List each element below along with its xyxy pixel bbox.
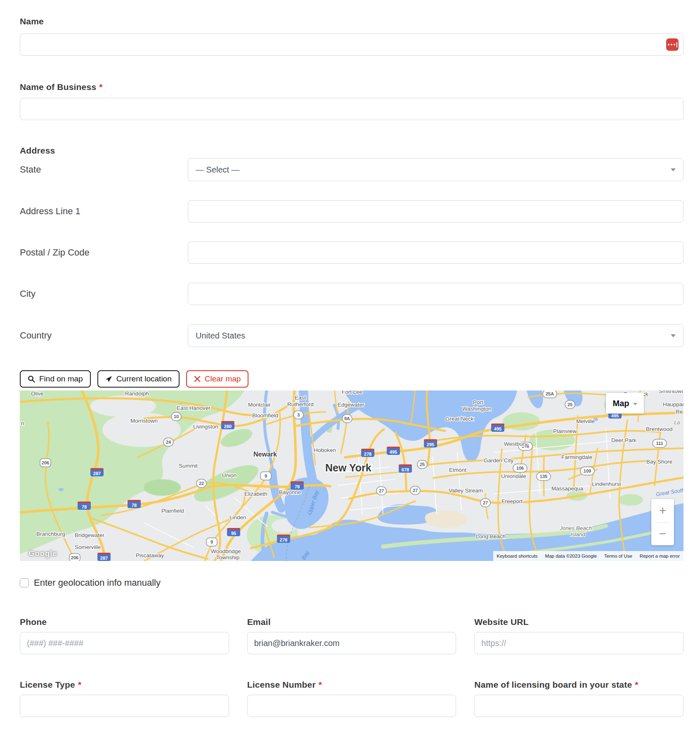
- svg-text:206: 206: [42, 460, 49, 465]
- map-city-label: Elizabeth: [244, 491, 267, 497]
- map-city-label: Plainview: [553, 428, 577, 434]
- map-route-shield: 95: [227, 528, 240, 536]
- search-icon: [28, 375, 35, 383]
- licensing-board-label: Name of licensing board in your state*: [474, 680, 683, 690]
- map-route-shield: 295: [424, 439, 437, 447]
- map-city-label: Bloomfield: [252, 412, 278, 419]
- business-name-label: Name of Business*: [20, 82, 683, 92]
- map-city-label: Massapequa: [551, 485, 584, 492]
- map-route-shield: 106: [513, 464, 527, 472]
- map-data-text: Map data ©2023 Google: [542, 551, 601, 561]
- zip-label: Postal / Zip Code: [20, 247, 188, 258]
- map-city-label: Union: [222, 472, 236, 478]
- map-city-label: Port: [473, 399, 483, 405]
- map-city-label: Brentwood: [646, 426, 673, 432]
- google-map[interactable]: 206287241028078787822939A278495295678252…: [20, 390, 683, 561]
- map-route-shield: 27: [376, 487, 386, 495]
- name-label: Name: [20, 17, 683, 26]
- map-city-label: Newark: [253, 451, 277, 458]
- address-line1-input[interactable]: [188, 200, 683, 222]
- map-city-label: Melville: [576, 418, 595, 424]
- current-location-button[interactable]: Current location: [97, 370, 180, 388]
- zoom-out-button[interactable]: −: [651, 523, 674, 546]
- website-url-label: Website URL: [474, 617, 683, 627]
- map-city-label: Garden City: [484, 457, 513, 464]
- chevron-down-icon: [633, 403, 637, 405]
- map-city-label: Olive: [31, 390, 44, 397]
- map-route-shield: 135: [537, 472, 551, 480]
- map-type-button[interactable]: Map: [606, 393, 644, 414]
- map-city-label: Edgewater: [338, 402, 364, 408]
- map-route-shield: 287: [97, 553, 111, 561]
- clear-map-button[interactable]: Clear map: [186, 370, 249, 388]
- find-on-map-button[interactable]: Find on map: [20, 370, 91, 388]
- license-number-input[interactable]: [247, 695, 456, 717]
- geolocation-manual-checkbox[interactable]: [20, 578, 29, 587]
- terms-of-use-link[interactable]: Terms of Use: [601, 551, 636, 561]
- svg-text:135: 135: [540, 474, 547, 479]
- password-manager-autofill-icon[interactable]: [666, 38, 679, 51]
- location-arrow-icon: [105, 376, 112, 383]
- required-asterisk: *: [99, 82, 102, 92]
- map-canvas[interactable]: 206287241028078787822939A278495295678252…: [20, 390, 683, 561]
- map-city-label: Linden: [229, 514, 246, 521]
- svg-text:9: 9: [265, 473, 267, 478]
- map-city-label: Township: [216, 554, 239, 561]
- map-city-label: Montclair: [248, 402, 271, 408]
- email-input[interactable]: [247, 632, 456, 654]
- website-url-input[interactable]: [474, 632, 683, 654]
- svg-text:24: 24: [166, 440, 171, 445]
- phone-label: Phone: [20, 617, 229, 627]
- licensing-board-input[interactable]: [474, 695, 683, 717]
- required-asterisk: *: [635, 680, 638, 689]
- map-city-label: Randolph: [125, 390, 149, 397]
- phone-input[interactable]: [20, 632, 229, 654]
- map-city-label: Elmont: [449, 467, 466, 473]
- svg-text:78: 78: [295, 484, 300, 489]
- report-map-error-link[interactable]: Report a map error: [636, 551, 683, 561]
- map-city-label: Uniondale: [501, 473, 526, 479]
- license-type-input[interactable]: [20, 695, 229, 717]
- zip-input[interactable]: [188, 241, 683, 264]
- map-route-shield: 78: [128, 500, 141, 508]
- svg-text:109: 109: [584, 469, 591, 473]
- keyboard-shortcuts-link[interactable]: Keyboard shortcuts: [493, 551, 542, 561]
- map-city-label: Bridgewater: [75, 532, 105, 538]
- state-label: State: [20, 164, 188, 175]
- svg-text:9A: 9A: [344, 416, 350, 421]
- map-zoom-control[interactable]: + −: [651, 499, 674, 545]
- map-city-label: Piscataway: [136, 552, 164, 558]
- zoom-in-button[interactable]: +: [651, 499, 674, 522]
- svg-text:27: 27: [413, 488, 418, 493]
- svg-text:106: 106: [516, 466, 524, 471]
- svg-text:495: 495: [494, 426, 501, 431]
- svg-text:78: 78: [132, 503, 137, 508]
- map-city-label: Morristown: [130, 418, 158, 424]
- map-city-label: Bayonne: [279, 489, 301, 495]
- map-route-shield: 22: [196, 479, 206, 487]
- svg-text:495: 495: [611, 413, 619, 418]
- svg-text:295: 295: [427, 442, 434, 447]
- state-select[interactable]: — Select —: [188, 158, 683, 181]
- svg-text:3: 3: [297, 412, 300, 417]
- map-route-shield: 495: [387, 447, 400, 455]
- license-type-label: License Type*: [20, 680, 229, 690]
- business-name-input[interactable]: [20, 98, 683, 120]
- map-city-label: Washington: [462, 406, 492, 412]
- map-city-label: n: [21, 420, 24, 426]
- svg-text:678: 678: [402, 467, 409, 472]
- provider-profile-form: Name Name of Business* Address State — S…: [0, 17, 700, 743]
- name-input[interactable]: [20, 33, 683, 56]
- svg-text:25A: 25A: [546, 391, 554, 396]
- svg-text:280: 280: [224, 424, 232, 429]
- country-select[interactable]: United States: [188, 324, 683, 347]
- city-input[interactable]: [188, 283, 683, 305]
- map-route-shield: 287: [90, 468, 104, 476]
- map-city-label: Hauppauge: [663, 401, 683, 407]
- map-city-label: Smithtown: [659, 390, 683, 394]
- map-city-label: East: [295, 395, 306, 401]
- license-number-label: License Number*: [247, 680, 456, 690]
- map-route-shield: 678: [399, 464, 412, 473]
- map-city-label: Farmingdale: [561, 454, 592, 460]
- svg-text:10: 10: [174, 414, 179, 419]
